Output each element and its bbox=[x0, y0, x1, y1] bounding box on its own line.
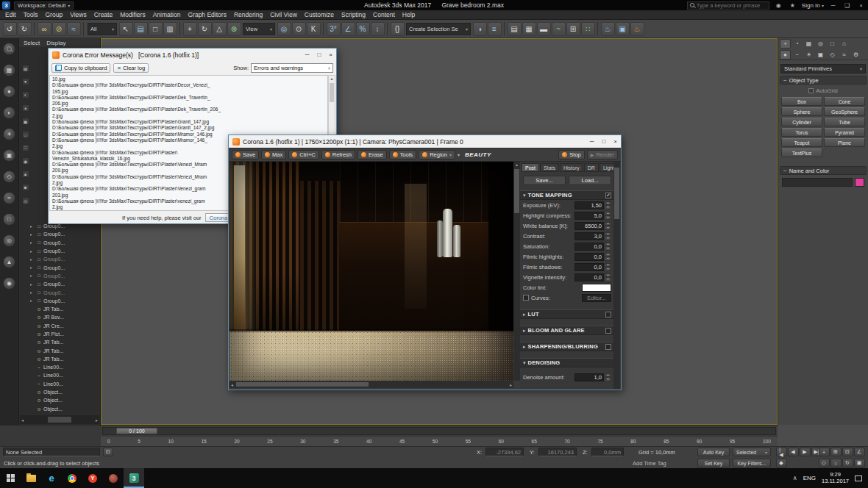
select-and-move-icon[interactable]: + bbox=[183, 22, 197, 36]
vfb-section-lut[interactable]: ▸LUT bbox=[520, 309, 614, 319]
create-tab[interactable]: + bbox=[780, 39, 791, 49]
taskbar-yandex[interactable]: Y bbox=[82, 468, 103, 488]
error-log-line[interactable]: 206.jpg bbox=[50, 101, 327, 107]
expand-icon[interactable]: ▸ bbox=[30, 249, 35, 254]
menu-animation[interactable]: Animation bbox=[149, 10, 185, 19]
expand-icon[interactable]: ▸ bbox=[30, 232, 35, 237]
param-spinner[interactable]: ▴▾ bbox=[605, 201, 611, 209]
play-button[interactable]: ▶ bbox=[800, 448, 811, 456]
expand-icon[interactable]: ▸ bbox=[30, 282, 35, 287]
param-value-input[interactable]: 3,0 bbox=[574, 232, 604, 240]
explorer-filter-groups-icon[interactable]: □ bbox=[22, 144, 29, 151]
scene-explorer-item[interactable]: ▸□Group0... bbox=[30, 297, 99, 305]
vfb-tab-stats[interactable]: Stats bbox=[540, 163, 559, 172]
scroll-right-icon[interactable]: ▸ bbox=[510, 382, 512, 387]
restore-window-button[interactable]: ❏ bbox=[842, 2, 852, 9]
add-time-tag[interactable]: Add Time Tag bbox=[633, 460, 666, 467]
object-color-swatch[interactable] bbox=[855, 178, 864, 187]
keyboard-shortcut-override-icon[interactable]: K bbox=[307, 22, 321, 36]
vfb-ctrl-c-button[interactable]: Ctrl+C bbox=[288, 150, 319, 159]
minimize-window-button[interactable]: ─ bbox=[828, 2, 838, 9]
x-coordinate-field[interactable]: -27394,62 bbox=[485, 448, 524, 456]
zoom-all-icon[interactable]: ⊞ bbox=[830, 448, 842, 456]
menu-modifiers[interactable]: Modifiers bbox=[116, 10, 149, 19]
explorer-menu-select[interactable]: Select bbox=[24, 40, 40, 46]
render-production-icon[interactable]: ♨ bbox=[630, 22, 644, 36]
shapes-category-icon[interactable]: ~ bbox=[791, 50, 803, 60]
param-spinner[interactable]: ▴▾ bbox=[605, 253, 611, 261]
vfb-panel-scrollbar[interactable] bbox=[613, 162, 620, 389]
scroll-up-icon[interactable]: ▴ bbox=[516, 162, 518, 167]
display-shapes-icon[interactable]: ◐ bbox=[3, 107, 15, 119]
workspace-selector[interactable]: Workspace: Default▾ bbox=[14, 1, 74, 10]
spin-down-icon[interactable]: ▾ bbox=[605, 236, 611, 240]
object-type-plane-button[interactable]: Plane bbox=[824, 138, 865, 147]
bind-to-space-warp-icon[interactable]: ≈ bbox=[67, 22, 81, 36]
use-pivot-point-center-icon[interactable]: ◎ bbox=[277, 22, 291, 36]
menu-help[interactable]: Help bbox=[399, 10, 419, 19]
explorer-filter-geometry-icon[interactable]: ● bbox=[22, 78, 29, 85]
help-search-input[interactable] bbox=[697, 2, 767, 9]
error-log-line[interactable]: 2.jpg bbox=[50, 113, 327, 119]
key-filters-button[interactable]: Key Filters... bbox=[733, 459, 771, 467]
scene-explorer-item[interactable]: ⊙Object... bbox=[30, 388, 99, 396]
object-type-sphere-button[interactable]: Sphere bbox=[781, 107, 822, 116]
menu-customize[interactable]: Customize bbox=[301, 10, 338, 19]
explorer-find-icon[interactable] bbox=[3, 43, 15, 55]
select-by-name-icon[interactable]: ▤ bbox=[134, 22, 148, 36]
scene-explorer-item[interactable]: ▸□Group0... bbox=[30, 263, 99, 271]
expand-icon[interactable]: ▸ bbox=[30, 240, 35, 245]
mirror-icon[interactable]: ◑ bbox=[473, 22, 487, 36]
display-xrefs-icon[interactable]: ◎ bbox=[3, 234, 15, 247]
param-value-input[interactable]: 0,0 bbox=[574, 253, 604, 261]
render-setup-icon[interactable]: ♨ bbox=[601, 22, 615, 36]
taskbar-file-explorer[interactable] bbox=[21, 468, 41, 488]
time-slider-track[interactable]: 0 / 100 bbox=[102, 427, 776, 435]
menu-views[interactable]: Views bbox=[66, 10, 90, 19]
scene-explorer-item[interactable]: ⊙JR Tab... bbox=[30, 346, 99, 354]
scene-explorer-item[interactable]: ⊙Object... bbox=[30, 413, 99, 414]
geometry-category-icon[interactable]: ● bbox=[780, 50, 791, 60]
toggle-layer-explorer-icon[interactable]: ▦ bbox=[522, 22, 536, 36]
display-geometry-icon[interactable]: ● bbox=[3, 85, 15, 98]
object-type-torus-button[interactable]: Torus bbox=[781, 128, 822, 137]
object-type-geosphere-button[interactable]: GeoSphere bbox=[824, 107, 865, 116]
error-log-line[interactable]: D:\Большая флеха )\!!!for 3dsMax\Текстур… bbox=[50, 119, 327, 125]
param-spinner[interactable]: ▴▾ bbox=[605, 263, 611, 271]
vfb-tab-lightmix[interactable]: LightMix bbox=[600, 163, 614, 172]
tray-expand-icon[interactable]: ∧ bbox=[793, 475, 797, 481]
percent-snap-toggle-icon[interactable]: % bbox=[356, 22, 370, 36]
vfb-vertical-scrollbar[interactable]: ▴ bbox=[513, 162, 520, 381]
section-enable-checkbox[interactable] bbox=[605, 328, 611, 334]
hierarchy-tab[interactable]: ▦ bbox=[803, 39, 814, 49]
error-log-line[interactable]: 195.jpg bbox=[50, 89, 327, 95]
zoom-extents-icon[interactable]: ⊡ bbox=[842, 448, 853, 456]
vfb-tab-post[interactable]: Post bbox=[522, 163, 539, 172]
scene-explorer-item[interactable]: ▸□Group0... bbox=[30, 272, 99, 280]
display-bones-icon[interactable]: ▲ bbox=[3, 256, 15, 268]
explorer-menu-display[interactable]: Display bbox=[46, 40, 65, 46]
expand-icon[interactable]: ▸ bbox=[30, 224, 35, 229]
error-window-titlebar[interactable]: Corona Error Message(s) [Corona 1.6 (hot… bbox=[49, 49, 336, 61]
autogrid-checkbox[interactable]: AutoGrid bbox=[778, 86, 868, 96]
param-value-input[interactable]: 0,0 bbox=[574, 243, 604, 251]
object-type-cylinder-button[interactable]: Cylinder bbox=[781, 118, 822, 126]
scene-explorer-item[interactable]: ⊙Object... bbox=[30, 405, 99, 413]
explorer-filter-objects-icon[interactable]: ◉ bbox=[22, 157, 29, 165]
taskbar-edge[interactable]: e bbox=[41, 468, 62, 488]
utilities-tab[interactable]: ⌂ bbox=[839, 39, 850, 49]
error-log-line[interactable]: 10.jpg bbox=[50, 76, 327, 82]
explorer-filter-lights-icon[interactable]: ☀ bbox=[22, 104, 29, 112]
explorer-filter-cameras-icon[interactable]: ▣ bbox=[22, 118, 29, 125]
toggle-scene-explorer-icon[interactable]: ▤ bbox=[508, 22, 522, 36]
systems-category-icon[interactable]: ⚙ bbox=[850, 50, 861, 60]
scene-explorer-item[interactable]: ▸□Group0... bbox=[30, 239, 99, 247]
param-spinner[interactable]: ▴▾ bbox=[605, 232, 611, 240]
display-all-icon[interactable]: ▦ bbox=[3, 64, 15, 76]
select-and-rotate-icon[interactable]: ↻ bbox=[198, 22, 212, 36]
param-value-input[interactable]: 5,0 bbox=[574, 212, 604, 220]
menu-content[interactable]: Content bbox=[369, 10, 399, 19]
select-object-icon[interactable]: ↖ bbox=[119, 22, 133, 36]
section-enable-checkbox[interactable] bbox=[605, 344, 611, 350]
undo-icon[interactable]: ↺ bbox=[3, 22, 17, 36]
